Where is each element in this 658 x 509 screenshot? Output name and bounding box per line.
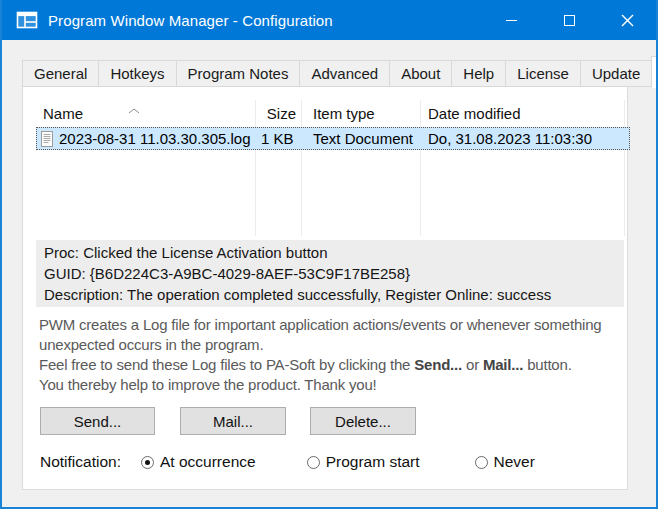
notes-line-3-text: Feel free to send these Log files to PA-… (39, 356, 414, 373)
radio-button-icon (475, 456, 488, 469)
log-file-name: 2023-08-31 11.03.30.305.log (59, 130, 251, 147)
tab-strip: General Hotkeys Program Notes Advanced A… (22, 55, 656, 87)
maximize-button[interactable] (540, 0, 598, 40)
notes-line-1: PWM creates a Log file for important app… (39, 315, 627, 335)
list-header: Name Size Item type Date modified (36, 100, 630, 126)
notes-line-3: Feel free to send these Log files to PA-… (39, 355, 627, 375)
notes-mail-emphasis: Mail... (483, 356, 523, 373)
log-file-size: 1 KB (255, 130, 301, 147)
log-detail-description: Description: The operation completed suc… (44, 284, 616, 305)
tab-update[interactable]: Update (580, 60, 652, 87)
minimize-button[interactable] (482, 0, 540, 40)
titlebar: Program Window Manager - Configuration (2, 0, 656, 40)
tab-program-notes[interactable]: Program Notes (176, 60, 301, 87)
log-details-panel: Proc: Clicked the License Activation but… (36, 240, 624, 307)
radio-program-start-label: Program start (326, 453, 420, 471)
radio-at-occurrence-label: At occurrence (160, 453, 256, 471)
notes-send-emphasis: Send... (414, 356, 462, 373)
radio-button-icon (307, 456, 320, 469)
send-button[interactable]: Send... (40, 407, 155, 435)
radio-at-occurrence[interactable]: At occurrence (141, 453, 256, 471)
notes-line-2: unexpected occurs in the program. (39, 335, 627, 355)
minimize-icon (506, 20, 517, 21)
column-header-date-modified[interactable]: Date modified (420, 105, 624, 122)
column-header-name[interactable]: Name (36, 105, 255, 122)
log-file-row-selected[interactable]: 2023-08-31 11.03.30.305.log 1 KB Text Do… (36, 127, 630, 150)
close-button[interactable] (598, 0, 656, 40)
tab-logs[interactable]: Logs (651, 56, 658, 88)
radio-program-start[interactable]: Program start (307, 453, 420, 471)
tab-advanced[interactable]: Advanced (299, 60, 390, 87)
configuration-window: Program Window Manager - Configuration G… (0, 0, 658, 509)
column-header-item-type[interactable]: Item type (301, 105, 420, 122)
log-detail-guid: GUID: {B6D224C3-A9BC-4029-8AEF-53C9F17BE… (44, 263, 616, 284)
tab-license[interactable]: License (505, 60, 581, 87)
log-file-date-modified: Do, 31.08.2023 11:03:30 (420, 130, 592, 147)
tab-general[interactable]: General (22, 60, 99, 87)
notification-settings: Notification: At occurrence Program star… (40, 453, 627, 471)
maximize-icon (564, 15, 575, 26)
tab-help[interactable]: Help (451, 60, 506, 87)
logs-tab-page: Name Size Item type Date modified (22, 86, 628, 490)
notes-line-3-or: or (462, 356, 483, 373)
sort-ascending-icon (128, 100, 140, 117)
radio-never[interactable]: Never (475, 453, 535, 471)
window-title: Program Window Manager - Configuration (48, 12, 482, 29)
column-header-size[interactable]: Size (255, 105, 301, 122)
notes-line-4: You thereby help to improve the product.… (39, 375, 627, 395)
app-window-icon (16, 9, 38, 31)
close-icon (621, 14, 634, 27)
log-file-list: Name Size Item type Date modified (36, 100, 630, 236)
log-file-name-cell: 2023-08-31 11.03.30.305.log (37, 130, 255, 147)
notification-label: Notification: (40, 453, 141, 471)
log-detail-proc: Proc: Clicked the License Activation but… (44, 242, 616, 263)
radio-button-icon (141, 456, 154, 469)
tab-hotkeys[interactable]: Hotkeys (98, 60, 176, 87)
radio-never-label: Never (494, 453, 535, 471)
log-actions: Send... Mail... Delete... (40, 407, 627, 435)
notes-line-3-end: button. (523, 356, 571, 373)
caption-buttons (482, 0, 656, 40)
tab-about[interactable]: About (389, 60, 452, 87)
delete-button[interactable]: Delete... (310, 407, 416, 435)
log-file-type: Text Document (301, 130, 420, 147)
log-notes-text: PWM creates a Log file for important app… (39, 315, 627, 395)
text-document-icon (40, 131, 54, 147)
mail-button[interactable]: Mail... (180, 407, 286, 435)
